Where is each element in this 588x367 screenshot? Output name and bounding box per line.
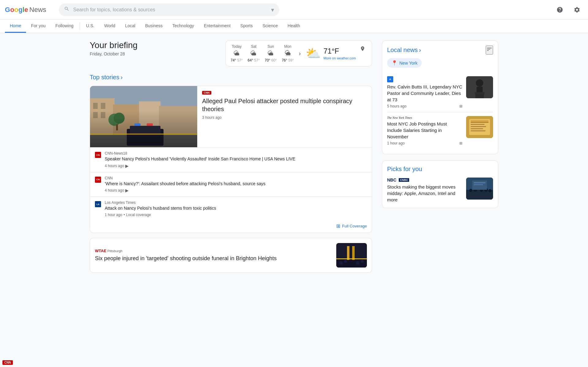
picks-story-image <box>466 178 493 200</box>
story-article[interactable]: LA Los Angeles Times Attack on Nancy Pel… <box>90 197 372 221</box>
search-input[interactable] <box>73 7 267 13</box>
settings-button[interactable] <box>571 4 583 16</box>
svg-rect-14 <box>147 123 153 126</box>
weather-next-button[interactable]: › <box>296 50 303 57</box>
local-story-2[interactable]: The New York Times Most NYC Job Postings… <box>387 112 493 149</box>
weather-location-button[interactable] <box>358 44 367 53</box>
nav-us[interactable]: U.S. <box>81 20 99 33</box>
svg-point-17 <box>114 113 125 124</box>
second-story-content: WTAE Pittsburgh Six people injured in 't… <box>95 249 331 262</box>
full-coverage-label: Full Coverage <box>342 224 367 228</box>
svg-rect-42 <box>471 130 485 131</box>
story-image-wrap: CNN <box>90 86 197 147</box>
picks-story-source: NBC CNBC <box>387 178 462 182</box>
story-main-text[interactable]: CNN Alleged Paul Pelosi attacker posted … <box>197 86 372 147</box>
svg-rect-5 <box>159 106 197 147</box>
search-bar[interactable]: ▾ <box>59 3 279 16</box>
video-icon: ▶ <box>125 163 129 168</box>
svg-rect-3 <box>113 104 141 147</box>
logo-news-text: News <box>29 6 46 14</box>
cnbc-badge: CNBC <box>399 178 409 182</box>
nav-for-you[interactable]: For you <box>26 20 50 33</box>
location-tag[interactable]: 📍 New York <box>387 58 422 68</box>
article-source-name: CNN <box>105 176 367 180</box>
header: Google News ▾ <box>0 0 588 20</box>
location-label: New York <box>399 61 417 66</box>
top-stories-title[interactable]: Top stories › <box>90 74 123 81</box>
local-news-filter-button[interactable] <box>486 46 493 54</box>
story-main-source: CNN <box>202 91 367 95</box>
help-button[interactable] <box>554 4 566 16</box>
local-story-1-title: Rev. Calvin Butts III, Legendary NYC Pas… <box>387 84 462 103</box>
svg-point-28 <box>356 261 360 265</box>
logo-google: Google <box>5 6 28 14</box>
story-article[interactable]: CN CNN 'Where is Nancy?': Assailant shou… <box>90 172 372 197</box>
local-story-2-content: The New York Times Most NYC Job Postings… <box>387 116 462 145</box>
full-coverage-button[interactable]: ⊞ Full Coverage <box>90 221 372 233</box>
nav-divider <box>80 23 80 30</box>
top-stories-header: Top stories › <box>90 74 372 81</box>
nav-science[interactable]: Science <box>258 20 283 33</box>
nav-home[interactable]: Home <box>5 20 26 33</box>
nav-world[interactable]: World <box>99 20 120 33</box>
wtae-logo: WTAE Pittsburgh <box>95 249 123 253</box>
article-source-name: CNN-News18 <box>105 151 367 155</box>
nav-sports[interactable]: Sports <box>236 20 258 33</box>
story-main[interactable]: CNN CNN Alleged Paul Pelosi attacker pos… <box>90 86 372 147</box>
search-dropdown-icon[interactable]: ▾ <box>271 6 274 13</box>
article-source-logo-wrap: CN <box>95 152 101 158</box>
nav-entertainment[interactable]: Entertainment <box>199 20 236 33</box>
svg-rect-7 <box>101 103 105 109</box>
article-title: Attack on Nancy Pelosi's husband stems f… <box>105 205 367 212</box>
second-story-card[interactable]: WTAE Pittsburgh Six people injured in 't… <box>90 238 372 273</box>
local-story-1-source: A <box>387 76 462 82</box>
article-content: CNN 'Where is Nancy?': Assailant shouted… <box>105 176 367 193</box>
nav-technology[interactable]: Technology <box>168 20 199 33</box>
nyt-logo: The New York Times <box>387 116 412 119</box>
local-story-1[interactable]: A Rev. Calvin Butts III, Legendary NYC P… <box>387 73 493 112</box>
article-meta: 4 hours ago ▶ <box>105 163 367 168</box>
weather-link[interactable]: More on weather.com <box>323 56 356 60</box>
story-main-time: 3 hours ago <box>202 115 367 120</box>
local-story-1-content: A Rev. Calvin Butts III, Legendary NYC P… <box>387 76 462 108</box>
story-article[interactable]: CN CNN-News18 Speaker Nancy Pelosi's Hus… <box>90 148 372 172</box>
main-content: Your briefing Friday, October 28 Today 🌥… <box>85 33 503 280</box>
weather-days: Today 🌥 74° 57° Sat 🌥 64° 57° <box>231 44 294 62</box>
story-main-title: Alleged Paul Pelosi attacker posted mult… <box>202 97 367 113</box>
local-story-2-title: Most NYC Job Postings Must Include Salar… <box>387 121 462 140</box>
top-stories-card: CNN CNN Alleged Paul Pelosi attacker pos… <box>90 86 372 233</box>
svg-point-50 <box>488 189 492 192</box>
svg-rect-41 <box>471 128 483 129</box>
content-area: Your briefing Friday, October 28 Today 🌥… <box>90 40 372 273</box>
svg-point-26 <box>339 261 343 265</box>
local-news-chevron: › <box>419 47 421 54</box>
weather-day-today: Today 🌥 74° 57° <box>231 44 243 62</box>
main-nav: Home For you Following U.S. World Local … <box>0 20 588 33</box>
weather-current-temp: 71°F <box>323 47 356 55</box>
svg-rect-6 <box>93 103 98 109</box>
svg-point-27 <box>344 260 347 263</box>
svg-rect-18 <box>116 124 118 130</box>
picks-section: Picks for you NBC CNBC Stocks making the… <box>382 160 498 208</box>
nav-local[interactable]: Local <box>120 20 140 33</box>
nav-health[interactable]: Health <box>283 20 305 33</box>
picks-story-content: NBC CNBC Stocks making the biggest moves… <box>387 178 462 203</box>
local-news-title[interactable]: Local news › <box>387 47 421 54</box>
svg-rect-40 <box>471 126 486 127</box>
story-count-badge-2: ⊞ <box>459 141 462 145</box>
lat-logo: LA <box>95 201 101 207</box>
cnn-news18-logo: CN <box>95 152 101 158</box>
picks-story-1[interactable]: NBC CNBC Stocks making the biggest moves… <box>387 178 493 203</box>
svg-rect-43 <box>471 120 488 122</box>
nav-following[interactable]: Following <box>51 20 78 33</box>
weather-day-sun: Sun 🌥 70° 60° <box>265 44 277 62</box>
second-story-source: WTAE Pittsburgh <box>95 249 331 253</box>
article-title: Speaker Nancy Pelosi's Husband 'Violentl… <box>105 156 367 162</box>
nav-business[interactable]: Business <box>140 20 168 33</box>
article-source-logo-wrap: LA <box>95 201 101 207</box>
cnn-logo-2: CN <box>95 177 101 183</box>
sidebar: Local news › 📍 New York A Rev. Calvin Bu… <box>382 40 498 273</box>
briefing-date: Friday, October 28 <box>90 51 138 56</box>
svg-point-16 <box>108 114 121 126</box>
local-story-2-source: The New York Times <box>387 116 462 119</box>
